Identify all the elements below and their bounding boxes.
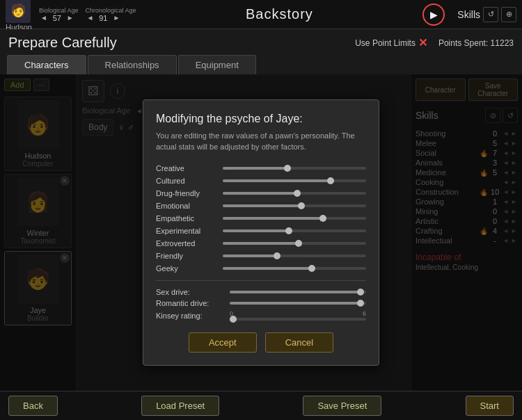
modal-accept-button[interactable]: Accept xyxy=(189,332,257,353)
trait-friendly: Friendly xyxy=(156,250,366,262)
chron-age-section: Chronological Age ◄ 91 ► xyxy=(85,7,136,22)
header-right: Use Point Limits ✕ Points Spent: 11223 xyxy=(355,36,514,49)
trait-experimental: Experimental xyxy=(156,225,366,237)
traits-list: Creative Cultured xyxy=(156,162,366,275)
start-button[interactable]: Start xyxy=(466,396,514,416)
bottom-bar: Back Load Preset Save Preset Start xyxy=(0,391,522,420)
topbar-title: Backstory xyxy=(143,6,416,22)
chron-age-dec[interactable]: ◄ xyxy=(85,14,95,22)
modal-cancel-button[interactable]: Cancel xyxy=(265,332,333,353)
sex-drive-row: Sex drive: xyxy=(156,286,366,298)
trait-extroverted: Extroverted xyxy=(156,237,366,250)
kinsey-max: 6 xyxy=(363,310,366,317)
trait-geeky: Geeky xyxy=(156,262,366,275)
romantic-drive-label: Romantic drive: xyxy=(156,299,226,307)
sex-drive-label: Sex drive: xyxy=(156,288,226,296)
back-button[interactable]: Back xyxy=(8,396,58,416)
trait-empathetic: Empathetic xyxy=(156,212,366,225)
play-circle-icon[interactable]: ▶ xyxy=(422,3,445,26)
kinsey-label: Kinsey rating: xyxy=(156,312,226,320)
tab-relationships[interactable]: Relationships xyxy=(88,55,177,74)
main-area: Prepare Carefully Use Point Limits ✕ Poi… xyxy=(0,29,522,391)
prepare-title: Prepare Carefully xyxy=(8,35,117,51)
trait-creative: Creative xyxy=(156,162,366,175)
tabs-row: Characters Relationships Equipment xyxy=(0,51,522,74)
modal-title: Modifying the psyche of Jaye: xyxy=(156,113,366,125)
romantic-drive-row: Romantic drive: xyxy=(156,298,366,309)
bio-age-inc[interactable]: ► xyxy=(65,14,75,22)
save-preset-button[interactable]: Save Preset xyxy=(303,396,381,416)
divider xyxy=(156,280,366,281)
topbar-avatar: 🧑 xyxy=(6,0,31,23)
skills-info-btn[interactable]: ⊕ xyxy=(501,7,516,22)
bio-age-label: Biological Age xyxy=(39,7,79,14)
use-point-limits-label: Use Point Limits xyxy=(355,38,416,48)
content-area: Add ··· 🧑 Hudson Computer 👩 Winter Taxon… xyxy=(0,74,522,391)
use-point-limits-toggle[interactable]: ✕ xyxy=(418,36,427,49)
bio-age-section: Biological Age ◄ 57 ► xyxy=(39,7,79,22)
load-preset-button[interactable]: Load Preset xyxy=(141,396,219,416)
skills-reset-btn[interactable]: ↺ xyxy=(483,7,498,22)
bio-age-val: 57 xyxy=(50,14,64,22)
prepare-header: Prepare Carefully Use Point Limits ✕ Poi… xyxy=(0,29,522,51)
modal-overlay: Modifying the psyche of Jaye: You are ed… xyxy=(0,74,522,391)
modal-desc: You are editing the raw values of a pawn… xyxy=(156,131,366,152)
chron-age-val: 91 xyxy=(96,14,110,22)
trait-cultured: Cultured xyxy=(156,175,366,187)
psyche-modal: Modifying the psyche of Jaye: You are ed… xyxy=(143,99,379,366)
tab-equipment[interactable]: Equipment xyxy=(178,55,256,74)
points-spent: Points Spent: 11223 xyxy=(438,38,514,48)
tab-characters[interactable]: Characters xyxy=(7,55,86,74)
kinsey-row: Kinsey rating: 0 6 xyxy=(156,309,366,323)
use-point-limits: Use Point Limits ✕ xyxy=(355,36,427,49)
trait-emotional: Emotional xyxy=(156,200,366,212)
trait-drug-friendly: Drug-friendly xyxy=(156,187,366,200)
chron-age-inc[interactable]: ► xyxy=(111,14,121,22)
bio-age-dec[interactable]: ◄ xyxy=(39,14,49,22)
top-bar: 🧑 Hudson Biological Age ◄ 57 ► Chronolog… xyxy=(0,0,522,29)
chron-age-label: Chronological Age xyxy=(85,7,136,14)
modal-buttons: Accept Cancel xyxy=(156,332,366,353)
skills-label: Skills xyxy=(457,9,480,20)
